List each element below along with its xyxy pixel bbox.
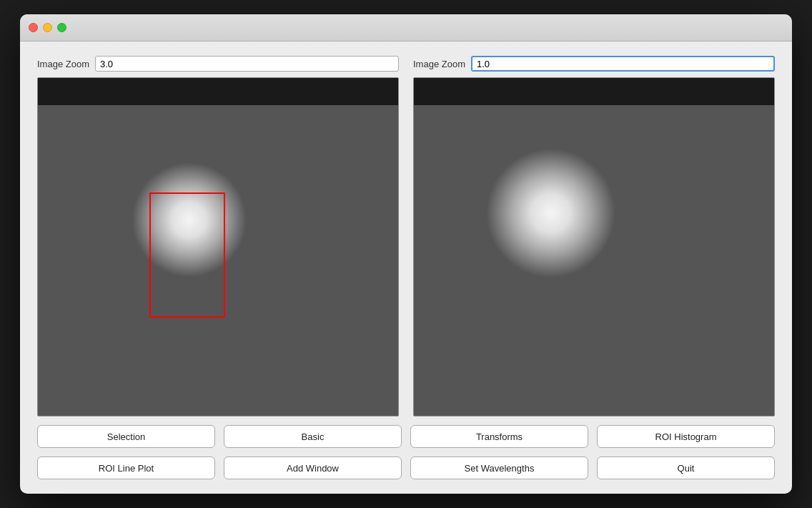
image-panels: Image Zoom Image Zoom [37,56,775,416]
left-zoom-row: Image Zoom [37,56,399,72]
roi-line-plot-button[interactable]: ROI Line Plot [37,456,215,479]
traffic-lights [29,23,66,32]
right-zoom-row: Image Zoom [413,56,775,72]
roi-histogram-button[interactable]: ROI Histogram [597,425,775,448]
left-image-canvas [38,78,398,416]
right-zoom-input[interactable] [471,56,775,72]
quit-button[interactable]: Quit [597,456,775,479]
left-image-container [37,77,399,416]
close-button[interactable] [29,23,38,32]
left-zoom-input[interactable] [95,56,399,72]
right-zoom-label: Image Zoom [413,59,465,69]
content-area: Image Zoom Image Zoom [20,41,792,494]
buttons-row-2: ROI Line Plot Add Window Set Wavelengths… [37,456,775,479]
right-image-container [413,77,775,416]
add-window-button[interactable]: Add Window [224,456,402,479]
right-panel: Image Zoom [413,56,775,416]
main-window: Image Zoom Image Zoom [20,14,792,494]
left-zoom-label: Image Zoom [37,59,89,69]
buttons-row-1: Selection Basic Transforms ROI Histogram [37,425,775,448]
selection-button[interactable]: Selection [37,425,215,448]
transforms-button[interactable]: Transforms [410,425,588,448]
selection-rectangle [149,192,225,318]
set-wavelengths-button[interactable]: Set Wavelengths [410,456,588,479]
maximize-button[interactable] [57,23,66,32]
basic-button[interactable]: Basic [224,425,402,448]
minimize-button[interactable] [43,23,52,32]
title-bar [20,14,792,41]
left-panel: Image Zoom [37,56,399,416]
right-image-canvas [414,78,774,416]
